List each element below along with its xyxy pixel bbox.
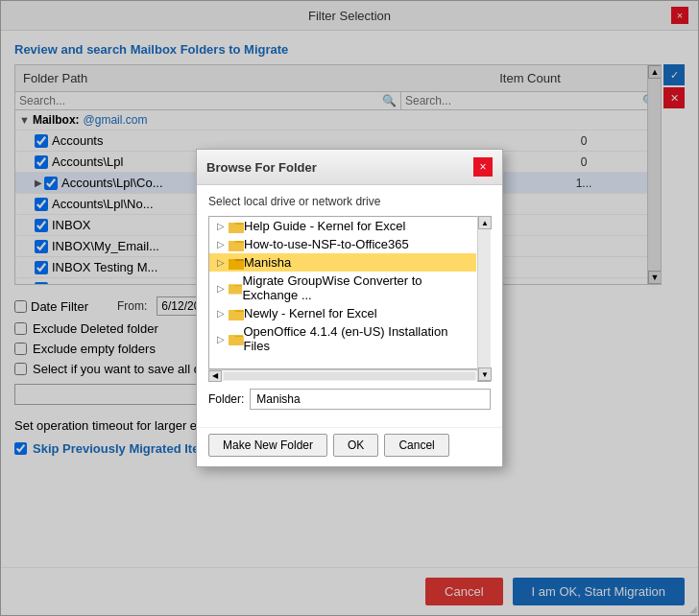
folder-label: Help Guide - Kernel for Excel xyxy=(244,219,405,233)
dialog-title-text: Browse For Folder xyxy=(206,160,317,175)
dialog-cancel-button[interactable]: Cancel xyxy=(384,434,448,457)
folder-icon xyxy=(229,238,244,251)
folder-label: Newly - Kernel for Excel xyxy=(244,306,377,320)
folder-label: Manisha xyxy=(244,255,291,270)
folder-item[interactable]: ▷ Newly - Kernel for Excel xyxy=(209,304,476,322)
browse-folder-dialog: Browse For Folder × Select local drive o… xyxy=(196,149,503,467)
svg-rect-14 xyxy=(229,312,244,320)
svg-rect-17 xyxy=(229,337,244,345)
folder-item[interactable]: ▷ Help Guide - Kernel for Excel xyxy=(209,217,476,235)
folder-item[interactable]: ▷ OpenOffice 4.1.4 (en-US) Installation … xyxy=(209,322,476,355)
dialog-footer: Make New Folder OK Cancel xyxy=(197,427,502,466)
dialog-description: Select local drive or network drive xyxy=(208,195,491,208)
folder-expand-icon: ▷ xyxy=(215,239,227,250)
folder-name-input[interactable] xyxy=(250,389,491,410)
svg-rect-5 xyxy=(229,243,244,251)
dialog-vscrollbar[interactable]: ▲ ▼ xyxy=(477,216,491,381)
folder-expand-icon: ▷ xyxy=(215,257,227,269)
folder-icon xyxy=(229,220,244,233)
folder-expand-icon: ▷ xyxy=(215,308,227,320)
folder-icon xyxy=(229,281,242,295)
dialog-scroll-up[interactable]: ▲ xyxy=(478,216,492,229)
dialog-overlay: Browse For Folder × Select local drive o… xyxy=(0,0,699,616)
svg-rect-2 xyxy=(229,225,244,233)
folder-tree[interactable]: ▷ Help Guide - Kernel for Excel ▷ xyxy=(208,216,491,369)
folder-expand-icon: ▷ xyxy=(215,221,227,232)
folder-item[interactable]: ▷ Migrate GroupWise Converter to Exchang… xyxy=(209,272,476,304)
folder-expand-icon: ▷ xyxy=(215,282,227,294)
dialog-scroll-track xyxy=(478,229,491,367)
dialog-hscroll-track xyxy=(224,372,475,380)
dialog-scroll-down[interactable]: ▼ xyxy=(478,367,492,381)
folder-label: OpenOffice 4.1.4 (en-US) Installation Fi… xyxy=(244,324,471,353)
dialog-title-bar: Browse For Folder × xyxy=(197,150,502,185)
dialog-close-button[interactable]: × xyxy=(473,157,493,177)
folder-expand-icon: ▷ xyxy=(215,333,227,344)
folder-tree-container: ▷ Help Guide - Kernel for Excel ▷ xyxy=(208,216,491,381)
dialog-scroll-left[interactable]: ◀ xyxy=(208,370,222,382)
make-new-folder-button[interactable]: Make New Folder xyxy=(208,434,327,457)
dialog-body: Select local drive or network drive ▷ He… xyxy=(197,185,502,427)
folder-icon xyxy=(229,307,244,320)
folder-label: Migrate GroupWise Converter to Exchange … xyxy=(242,273,470,302)
folder-icon xyxy=(229,332,244,345)
folder-icon xyxy=(229,256,244,270)
folder-item-selected[interactable]: ▷ Manisha xyxy=(209,253,476,272)
resize-handle[interactable]: ◢ xyxy=(689,604,697,614)
folder-label: How-to-use-NSF-to-Office365 xyxy=(244,237,409,251)
folder-item[interactable]: ▷ How-to-use-NSF-to-Office365 xyxy=(209,235,476,253)
folder-name-row: Folder: xyxy=(208,389,491,410)
dialog-ok-button[interactable]: OK xyxy=(333,434,378,457)
svg-rect-8 xyxy=(229,261,244,270)
folder-name-label: Folder: xyxy=(208,392,244,406)
dialog-hscrollbar[interactable]: ◀ ▶ xyxy=(208,369,491,381)
svg-rect-11 xyxy=(229,286,242,294)
